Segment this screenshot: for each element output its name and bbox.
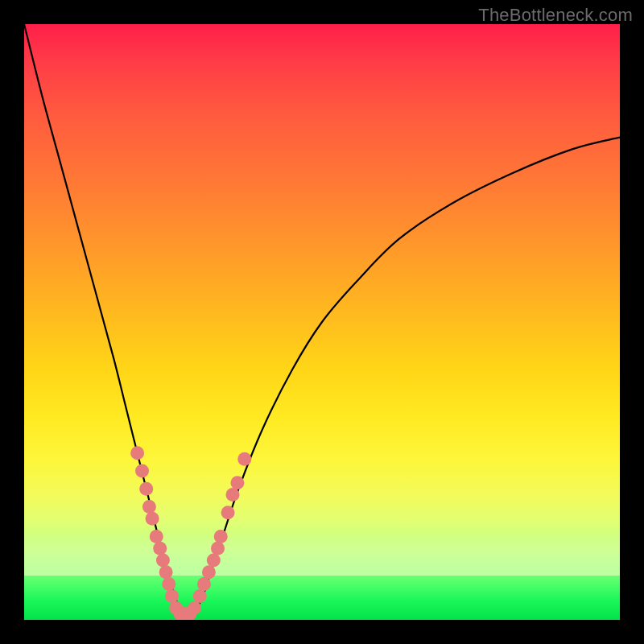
- watermark-label: TheBottleneck.com: [478, 5, 633, 26]
- gradient-background: [24, 24, 620, 620]
- chart-frame: TheBottleneck.com: [0, 0, 644, 644]
- plot-area: [24, 24, 620, 620]
